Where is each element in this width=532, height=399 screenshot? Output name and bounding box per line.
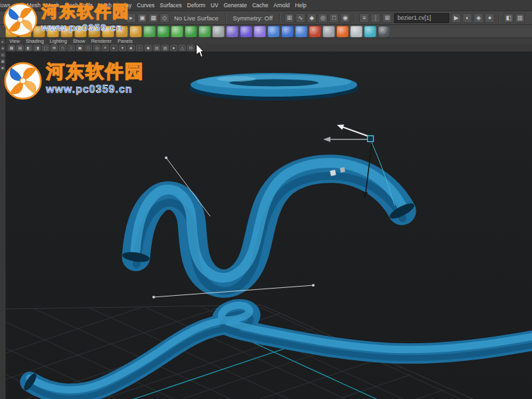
viewport-toolbar-icon-08[interactable]: ○ (68, 45, 75, 51)
shelf-icon-17[interactable] (226, 26, 238, 37)
highlight-selection-icon[interactable]: ◇ (160, 13, 169, 23)
shelf-icon-08[interactable] (102, 26, 114, 37)
input-operations-icon[interactable]: ≡ (359, 13, 369, 23)
viewport-toolbar-icon-01[interactable]: ▦ (8, 45, 15, 51)
torus-mesh[interactable] (189, 73, 359, 101)
select-tool-icon[interactable]: ▸ (1, 39, 5, 44)
shelf-icon-14[interactable] (185, 26, 197, 37)
shelf-icon-28[interactable] (378, 26, 390, 37)
shelf-icon-03[interactable] (33, 26, 45, 37)
viewport-canvas[interactable] (6, 52, 532, 399)
menu-item[interactable]: Help (292, 1, 309, 10)
s-curve-tube-mesh[interactable] (122, 163, 416, 291)
manip-z-arrowhead[interactable] (337, 125, 344, 130)
shelf-icon-01[interactable] (5, 26, 18, 37)
panel-menu-item[interactable]: Show (73, 38, 85, 44)
shelf-icon-12[interactable] (157, 26, 169, 37)
shelf-icon-25[interactable] (336, 26, 349, 37)
show-modeling-toolkit-icon[interactable]: ◧ (504, 13, 514, 23)
viewport-toolbar-icon-22[interactable]: ⊡ (187, 45, 194, 51)
menu-item[interactable]: Edit Mesh (13, 1, 43, 10)
panel-menu-item[interactable]: Shading (26, 38, 44, 44)
select-component-icon[interactable]: ▦ (148, 13, 158, 23)
shelf-icon-05[interactable] (60, 26, 73, 37)
viewport-toolbar-icon-03[interactable]: ◧ (25, 45, 32, 51)
snap-to-projected-center-icon[interactable]: ◎ (318, 13, 328, 23)
last-tool-icon[interactable]: ◆ (1, 66, 5, 70)
viewport-toolbar-icon-21[interactable]: △ (179, 45, 186, 51)
viewport-scene[interactable] (6, 52, 532, 399)
shelf-icon-10[interactable] (129, 26, 142, 37)
viewport-toolbar-icon-12[interactable]: ≡ (102, 45, 109, 51)
menu-item[interactable]: Mesh Display (95, 1, 134, 10)
shelf-icon-19[interactable] (254, 26, 266, 37)
viewport-toolbar-icon-16[interactable]: ▫ (136, 45, 143, 51)
viewport-toolbar-icon-02[interactable]: ▤ (16, 45, 24, 51)
selection-field-icon[interactable]: ⊞ (382, 13, 392, 23)
menu-item[interactable]: Curves (134, 1, 157, 10)
viewport-toolbar-icon-15[interactable]: ■ (127, 45, 135, 51)
viewport-toolbar-icon-14[interactable]: ▾ (119, 45, 126, 51)
viewport-toolbar-icon-06[interactable]: ⊞ (51, 45, 58, 51)
shelf-icon-02[interactable] (19, 26, 32, 37)
render-current-frame-icon[interactable]: ▶ (451, 13, 461, 23)
move-tool-icon[interactable]: ⊕ (1, 46, 5, 51)
menu-item[interactable]: dows (0, 1, 13, 10)
cv-handle[interactable] (340, 167, 345, 172)
menu-item[interactable]: Deform (185, 1, 208, 10)
shelf-icon-09[interactable] (116, 26, 128, 37)
panel-menu-item[interactable]: Lighting (50, 38, 67, 44)
manip-y-arrowhead[interactable] (363, 192, 368, 199)
shelf-icon-13[interactable] (171, 26, 183, 37)
shelf-icon-06[interactable] (74, 26, 87, 37)
make-live-icon[interactable]: ◉ (340, 13, 350, 23)
construction-history-icon[interactable]: ⋮ (370, 13, 380, 23)
viewport-toolbar-icon-04[interactable]: ◨ (33, 45, 41, 51)
cv-handle[interactable] (330, 170, 336, 176)
viewport-toolbar-icon-11[interactable]: ◎ (93, 45, 100, 51)
shelf-icon-24[interactable] (322, 26, 335, 37)
viewport-toolbar-icon-05[interactable]: ▢ (42, 45, 49, 51)
menu-item[interactable]: Surfaces (157, 1, 185, 10)
show-attribute-editor-icon[interactable]: ▥ (515, 13, 525, 23)
viewport-toolbar-icon-18[interactable]: ▥ (153, 45, 160, 51)
menu-item[interactable]: Cache (250, 1, 271, 10)
shelf-icon-23[interactable] (309, 26, 321, 37)
select-hierarchy-icon[interactable]: ▸ (126, 13, 136, 23)
select-object-icon[interactable]: ▣ (137, 13, 147, 23)
shelf-icon-11[interactable] (143, 26, 156, 37)
shelf-icon-27[interactable] (364, 26, 376, 37)
manip-x-arrowhead[interactable] (323, 137, 330, 142)
shelf-icon-26[interactable] (350, 26, 363, 37)
menu-item[interactable]: Mesh Tools (62, 1, 95, 10)
snap-to-point-icon[interactable]: ◆ (307, 13, 317, 23)
menu-item[interactable]: UV (208, 1, 221, 10)
manip-center-handle[interactable] (368, 136, 374, 142)
rotate-tool-icon[interactable]: ◎ (1, 53, 5, 57)
ground-tube-mesh[interactable] (22, 305, 532, 398)
shelf-icon-15[interactable] (198, 26, 211, 37)
shelf-icon-21[interactable] (281, 26, 294, 37)
menu-item[interactable]: Generate (221, 1, 249, 10)
symmetry-dropdown[interactable]: Symmetry: Off (231, 14, 276, 22)
viewport-toolbar-icon-10[interactable]: □ (85, 45, 92, 51)
snap-to-view-plane-icon[interactable]: □ (329, 13, 339, 23)
panel-menu-item[interactable]: Panels (118, 38, 133, 44)
viewport-toolbar-icon-09[interactable]: ▣ (76, 45, 83, 51)
viewport-toolbar-icon-13[interactable]: ▸ (110, 45, 118, 51)
viewport-toolbar-icon-07[interactable]: ◇ (59, 45, 66, 51)
snap-to-grid-icon[interactable]: ⊞ (284, 13, 294, 23)
menu-item[interactable]: Mesh (43, 1, 62, 10)
snap-to-curve-icon[interactable]: ∿ (296, 13, 305, 23)
ipr-render-icon[interactable]: ◐ (462, 13, 472, 23)
shelf-icon-04[interactable] (47, 26, 59, 37)
selection-name-input[interactable] (394, 13, 449, 23)
shelf-icon-07[interactable] (88, 26, 100, 37)
panel-menu-item[interactable]: Renderer (91, 38, 112, 44)
display-render-view-icon[interactable]: ● (485, 13, 495, 23)
shelf-icon-16[interactable] (212, 26, 225, 37)
viewport-toolbar-icon-19[interactable]: ▧ (162, 45, 169, 51)
shelf-icon-18[interactable] (240, 26, 252, 37)
shelf-icon-20[interactable] (267, 26, 280, 37)
scale-tool-icon[interactable]: ▣ (1, 59, 5, 64)
